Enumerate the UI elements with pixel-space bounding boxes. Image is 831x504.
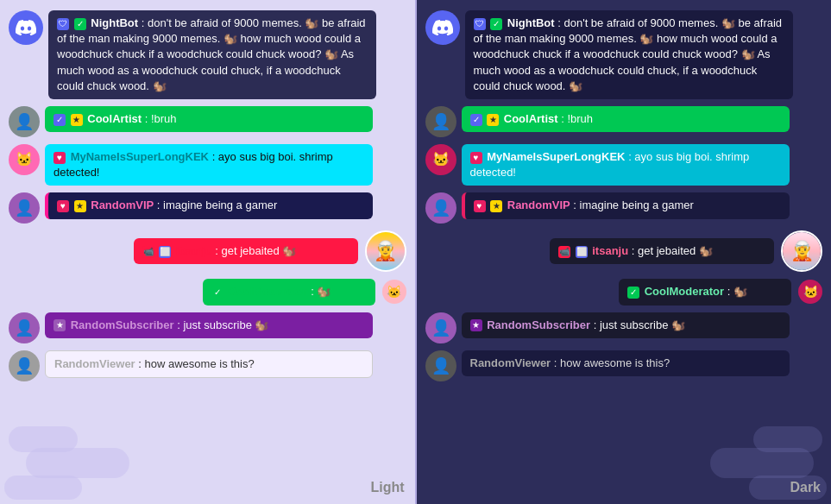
badge-square-itsanju: ⬜ bbox=[159, 246, 171, 258]
message-text-randomvip-dark: : imagine being a gamer bbox=[573, 198, 693, 211]
message-text-coolartist: : !bruh bbox=[145, 112, 177, 125]
message-bubble-coolmoderator-dark: ✓ CoolModerator : 🐿️ bbox=[619, 279, 791, 305]
cloud-decoration bbox=[4, 476, 82, 500]
message-bubble-mynameis-dark: ♥ MyNameIsSuperLongKEK : ayo sus big boi… bbox=[462, 144, 790, 186]
avatar-mynameis-dark: 🐱 bbox=[425, 144, 456, 175]
message-bubble-randomviewer-dark: RandomViewer : how awesome is this? bbox=[462, 350, 790, 376]
username-randomvip-dark: RandomVIP bbox=[507, 198, 570, 211]
badge-check-coolartist: ✓ bbox=[54, 114, 66, 126]
message-text-coolmod-dark: : 🐿️ bbox=[727, 285, 747, 298]
avatar-nightbot-dark bbox=[425, 10, 460, 45]
message-bubble-mynameis: ♥ MyNameIsSuperLongKEK : ayo sus big boi… bbox=[45, 144, 373, 186]
message-text-randomvip: : imagine being a gamer bbox=[157, 198, 277, 211]
username-nightbot: NightBot bbox=[91, 16, 138, 29]
message-bubble-coolartist-dark: ✓ ★ CoolArtist : !bruh bbox=[462, 106, 790, 132]
chat-row-randomvip-dark: 👤 ♥ ★ RandomVIP : imagine being a gamer bbox=[425, 192, 823, 224]
badge-sub-randomsub: ★ bbox=[54, 319, 66, 331]
avatar-nightbot bbox=[9, 10, 43, 45]
avatar-randomviewer-dark: 👤 bbox=[425, 350, 456, 381]
chat-row-randomviewer-dark: 👤 RandomViewer : how awesome is this? bbox=[425, 350, 823, 381]
username-randomviewer: RandomViewer bbox=[54, 357, 135, 370]
message-text-randomviewer: : how awesome is this? bbox=[138, 357, 254, 370]
badge-star-randomvip: ★ bbox=[74, 200, 86, 212]
badge-sub-randomsub-dark: ★ bbox=[470, 319, 482, 331]
chat-row-coolartist-dark: 👤 ✓ ★ CoolArtist : !bruh bbox=[425, 106, 823, 137]
avatar-itsanju-dark: 🧝 bbox=[781, 230, 822, 272]
username-mynameis-dark: MyNameIsSuperLongKEK bbox=[487, 150, 625, 163]
badge-heart-randomvip: ♥ bbox=[57, 200, 69, 212]
dark-panel: 🛡 ✓ NightBot : don't be afraid of 9000 m… bbox=[417, 0, 832, 504]
chat-row-mynameis-dark: 🐱 ♥ MyNameIsSuperLongKEK : ayo sus big b… bbox=[425, 144, 823, 186]
chat-row-randomsub: 👤 ★ RandomSubscriber : just subscribe 🐿️ bbox=[9, 312, 406, 343]
username-itsanju-dark: itsanju bbox=[592, 244, 628, 257]
theme-label-light: Light bbox=[370, 480, 404, 495]
message-text-randomsub-dark: : just subscribe 🐿️ bbox=[594, 318, 685, 331]
username-itsanju: itsanju bbox=[176, 244, 212, 257]
avatar-randomviewer: 👤 bbox=[9, 350, 40, 381]
message-text-itsanju-dark: : get jebaited 🐿️ bbox=[632, 244, 713, 257]
message-bubble-randomsub-dark: ★ RandomSubscriber : just subscribe 🐿️ bbox=[462, 312, 790, 338]
avatar-randomvip-dark: 👤 bbox=[425, 192, 456, 224]
chat-row-mynameis: 🐱 ♥ MyNameIsSuperLongKEK : ayo sus big b… bbox=[9, 144, 406, 186]
badge-cam-itsanju: 📹 bbox=[142, 246, 154, 258]
badge-square-itsanju-dark: ⬜ bbox=[576, 246, 588, 258]
avatar-coolmoderator: 🐱 bbox=[382, 280, 406, 304]
avatar-itsanju: 🧝 bbox=[365, 230, 406, 272]
chat-row-nightbot: 🛡 ✓ NightBot : don't be afraid of 9000 m… bbox=[9, 10, 406, 99]
username-mynameis: MyNameIsSuperLongKEK bbox=[71, 150, 209, 163]
badge-check-coolmod: ✓ bbox=[211, 287, 223, 299]
cloud-decoration bbox=[26, 448, 129, 478]
message-text-itsanju: : get jebaited 🐿️ bbox=[215, 244, 296, 257]
avatar-randomvip: 👤 bbox=[9, 192, 40, 224]
badge-heart-mynameis-dark: ♥ bbox=[470, 152, 482, 164]
badge-shield-nightbot-dark: 🛡 bbox=[474, 18, 486, 30]
badge-heart-mynameis: ♥ bbox=[54, 152, 66, 164]
badge-check-nightbot-dark: ✓ bbox=[490, 18, 502, 30]
message-text-coolmod: : 🐿️ bbox=[311, 285, 331, 298]
badge-shield-nightbot: 🛡 bbox=[57, 18, 69, 30]
avatar-randomsub-dark: 👤 bbox=[425, 312, 456, 343]
theme-label-dark: Dark bbox=[790, 480, 821, 495]
username-randomsub-dark: RandomSubscriber bbox=[487, 318, 590, 331]
chat-row-randomvip: 👤 ♥ ★ RandomVIP : imagine being a gamer bbox=[9, 192, 406, 224]
chat-row-randomsub-dark: 👤 ★ RandomSubscriber : just subscribe 🐿️ bbox=[425, 312, 823, 343]
chat-row-nightbot-dark: 🛡 ✓ NightBot : don't be afraid of 9000 m… bbox=[425, 10, 823, 99]
badge-check-nightbot: ✓ bbox=[74, 18, 86, 30]
message-bubble-itsanju: 📹 ⬜ itsanju : get jebaited 🐿️ bbox=[134, 238, 358, 264]
message-text-coolartist-dark: : !bruh bbox=[561, 112, 593, 125]
avatar-randomsub: 👤 bbox=[9, 312, 40, 343]
avatar-coolartist-dark: 👤 bbox=[425, 106, 456, 137]
cloud-decoration-dark bbox=[710, 448, 814, 478]
message-text-randomsub: : just subscribe 🐿️ bbox=[177, 318, 268, 331]
avatar-mynameis: 🐱 bbox=[9, 144, 40, 175]
badge-check-coolartist-dark: ✓ bbox=[470, 114, 482, 126]
username-coolartist: CoolArtist bbox=[87, 112, 142, 125]
message-bubble-nightbot: 🛡 ✓ NightBot : don't be afraid of 9000 m… bbox=[48, 10, 376, 99]
message-text-randomviewer-dark: : how awesome is this? bbox=[554, 356, 670, 369]
username-randomvip: RandomVIP bbox=[91, 198, 154, 211]
message-bubble-coolartist: ✓ ★ CoolArtist : !bruh bbox=[45, 106, 373, 132]
message-bubble-randomvip: ♥ ★ RandomVIP : imagine being a gamer bbox=[45, 192, 373, 218]
badge-star-coolartist: ★ bbox=[71, 114, 83, 126]
chat-row-coolartist: 👤 ✓ ★ CoolArtist : !bruh bbox=[9, 106, 406, 137]
chat-row-coolmoderator: ✓ CoolModerator : 🐿️ 🐱 bbox=[9, 279, 406, 305]
username-coolmoderator-dark: CoolModerator bbox=[645, 285, 724, 298]
username-nightbot-dark: NightBot bbox=[507, 16, 555, 29]
message-bubble-itsanju-dark: 📹 ⬜ itsanju : get jebaited 🐿️ bbox=[550, 238, 774, 264]
chat-row-coolmoderator-dark: ✓ CoolModerator : 🐿️ 🐱 bbox=[425, 279, 823, 305]
light-panel: 🛡 ✓ NightBot : don't be afraid of 9000 m… bbox=[0, 0, 415, 504]
message-bubble-randomvip-dark: ♥ ★ RandomVIP : imagine being a gamer bbox=[462, 192, 790, 218]
badge-cam-itsanju-dark: 📹 bbox=[558, 246, 570, 258]
message-bubble-coolmoderator: ✓ CoolModerator : 🐿️ bbox=[203, 279, 375, 305]
username-randomviewer-dark: RandomViewer bbox=[470, 356, 551, 369]
badge-star-randomvip-dark: ★ bbox=[490, 200, 502, 212]
chat-row-randomviewer: 👤 RandomViewer : how awesome is this? bbox=[9, 350, 406, 381]
avatar-coolartist: 👤 bbox=[9, 106, 40, 137]
username-randomsub: RandomSubscriber bbox=[71, 318, 174, 331]
chat-row-itsanju-dark: 📹 ⬜ itsanju : get jebaited 🐿️ 🧝 bbox=[425, 230, 823, 272]
message-bubble-nightbot-dark: 🛡 ✓ NightBot : don't be afraid of 9000 m… bbox=[465, 10, 793, 99]
badge-heart-randomvip-dark: ♥ bbox=[474, 200, 486, 212]
badge-star-coolartist-dark: ★ bbox=[487, 114, 499, 126]
message-bubble-randomviewer: RandomViewer : how awesome is this? bbox=[45, 350, 373, 378]
message-bubble-randomsub: ★ RandomSubscriber : just subscribe 🐿️ bbox=[45, 312, 373, 338]
